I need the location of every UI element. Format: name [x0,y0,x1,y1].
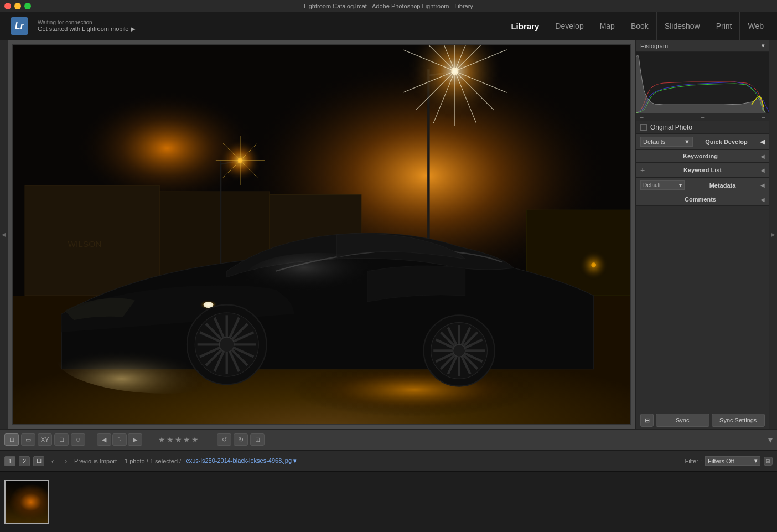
main-image: WILSON [12,44,631,425]
close-button[interactable] [4,3,11,9]
metadata-preset-dropdown[interactable]: Default ▾ [640,180,685,190]
sync-button[interactable]: Sync [656,414,709,427]
star-4[interactable]: ★ [183,435,190,444]
comments-header[interactable]: Comments ◀ [636,193,769,205]
star-2[interactable]: ★ [167,435,174,444]
toolbar-nav: ◀ ⚐ ▶ [95,433,144,446]
sync-buttons-area: ⊞ Sync Sync Settings [636,411,769,429]
star-3[interactable]: ★ [175,435,182,444]
svg-point-36 [204,302,214,308]
mobile-info: Waiting for connection Get started with … [33,19,135,33]
right-panel-toggle[interactable]: ▶ [769,40,777,429]
metadata-header[interactable]: Default ▾ Metadata ◀ [636,178,769,193]
filter-dropdown[interactable]: Filters Off ▾ [705,456,760,466]
quick-develop-section: Defaults ▼ Quick Develop ◀ [636,134,769,150]
nav-web[interactable]: Web [739,12,771,40]
metadata-label: Metadata [709,182,736,189]
svg-point-48 [219,337,234,352]
keyword-list-collapse-arrow[interactable]: ◀ [760,167,765,173]
window-controls[interactable] [4,3,31,9]
filmstrip-import-label: Previous Import [74,458,117,464]
svg-point-32 [578,250,609,280]
histogram-bottom: – – – [636,113,769,121]
filmstrip-photo-info: 1 photo / 1 selected / [125,458,181,464]
filter-label: Filter : [685,458,702,464]
keywording-label: Keywording [683,153,718,159]
keywording-header[interactable]: Keywording ◀ [636,150,769,162]
quick-develop-collapse[interactable]: ◀ [760,138,765,146]
toolbar-actions: ↺ ↻ ⊡ [217,433,265,446]
toolbar-next[interactable]: ▶ [128,433,142,446]
histogram-header[interactable]: Histogram ▾ [636,40,769,52]
filmstrip-num1[interactable]: 1 [4,456,15,466]
nav-book[interactable]: Book [623,12,656,40]
original-photo-checkbox[interactable] [640,124,647,131]
toolbar-prev[interactable]: ◀ [97,433,111,446]
filmstrip-bar: 1 2 ⊞ ‹ › Previous Import 1 photo / 1 se… [0,450,777,471]
toolbar-sep2 [149,433,149,446]
main-content: ◀ [0,40,777,429]
toolbar-sep3 [208,433,208,446]
toolbar-flag[interactable]: ⚐ [112,433,127,446]
toolbar-options-dropdown[interactable]: ▾ [768,435,773,445]
topbar: Lr Waiting for connection Get started wi… [0,12,777,40]
image-container: WILSON [8,40,635,429]
nav-develop[interactable]: Develop [547,12,591,40]
filmstrip-filename[interactable]: lexus-is250-2014-black-lekses-4968.jpg ▾ [184,457,297,464]
star-rating: ★ ★ ★ ★ ★ [154,435,203,444]
nav-print[interactable]: Print [708,12,740,40]
titlebar: Lightroom Catalog.lrcat - Adobe Photosho… [0,0,777,12]
toolbar-loupe-view[interactable]: ▭ [21,433,35,446]
lr-badge: Lr [11,17,28,35]
histogram-section: Histogram ▾ [636,40,769,134]
nav-library[interactable]: Library [503,12,547,40]
metadata-collapse-arrow[interactable]: ◀ [760,182,765,188]
histogram-label: Histogram [640,43,668,49]
keywording-collapse-arrow[interactable]: ◀ [760,153,765,159]
toolbar-sep1 [90,433,90,446]
panel-spacer [636,206,769,411]
histogram-arrow: ▾ [762,42,765,49]
svg-point-60 [245,253,392,302]
nav-map[interactable]: Map [592,12,623,40]
filmstrip-num2[interactable]: 2 [19,456,30,466]
toolbar-end: ▾ [768,435,773,445]
star-1[interactable]: ★ [158,435,165,444]
lr-logo: Lr [0,12,33,40]
svg-point-59 [453,344,465,357]
filmstrip [0,471,777,532]
star-5[interactable]: ★ [191,435,199,444]
keyword-add-button[interactable]: + [640,166,645,174]
toolbar: ⊞ ▭ XY ⊟ ☺ ◀ ⚐ ▶ ★ ★ ★ ★ ★ ↺ ↻ ⊡ ▾ [0,429,777,450]
toolbar-crop[interactable]: ⊡ [250,433,265,446]
keyword-list-label: Keyword List [683,167,722,173]
maximize-button[interactable] [24,3,31,9]
sync-settings-button[interactable]: Sync Settings [712,414,765,427]
toolbar-compare-view[interactable]: XY [38,433,52,446]
toolbar-people-view[interactable]: ☺ [71,433,85,446]
filmstrip-grid-btn[interactable]: ⊞ [33,456,44,466]
filmstrip-end-btn[interactable]: ⊞ [764,457,773,466]
connection-status: Waiting for connection [38,19,135,25]
toolbar-survey-view[interactable]: ⊟ [54,433,69,446]
toolbar-grid-view[interactable]: ⊞ [4,433,19,446]
filmstrip-thumb-1[interactable] [4,480,49,524]
scene-svg: WILSON [13,45,630,424]
left-panel-toggle[interactable]: ◀ [0,40,8,429]
comments-collapse-arrow[interactable]: ◀ [760,197,765,203]
nav-slideshow[interactable]: Slideshow [656,12,708,40]
filmstrip-nav-prev[interactable]: ‹ [48,456,58,466]
keywording-section: Keywording ◀ [636,150,769,163]
filmstrip-thumb-1-image [6,481,48,523]
original-photo-row: Original Photo [636,121,769,133]
histogram-canvas [636,52,769,113]
toolbar-rotate-right[interactable]: ↻ [234,433,248,446]
filmstrip-nav-next[interactable]: › [61,456,71,466]
minimize-button[interactable] [14,3,21,9]
nav-menu: Library Develop Map Book Slideshow Print… [503,12,777,40]
keyword-list-header[interactable]: + Keyword List ◀ [636,163,769,177]
preset-dropdown[interactable]: Defaults ▼ [640,137,693,147]
toolbar-rotate-left[interactable]: ↺ [217,433,231,446]
mobile-cta[interactable]: Get started with Lightroom mobile ▶ [38,25,135,33]
sync-icon-button[interactable]: ⊞ [640,414,654,427]
